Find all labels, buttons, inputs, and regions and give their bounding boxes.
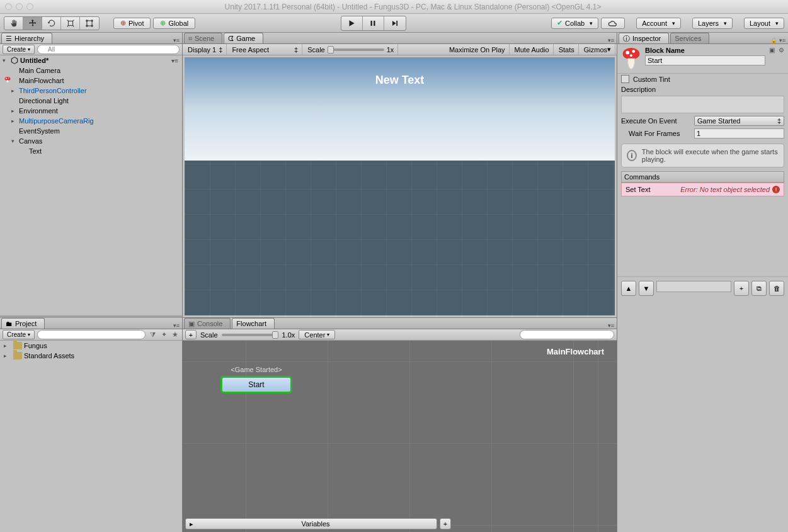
hierarchy-item[interactable]: Main Camera [0,65,182,76]
canvas-text: New Text [375,74,425,161]
command-filter-field[interactable] [656,281,731,292]
flow-block[interactable]: <Game Started> Start [220,366,292,393]
display-dropdown[interactable]: Display 1 ‡ [184,44,227,55]
stats-toggle[interactable]: Stats [555,44,579,55]
label-icon[interactable]: ✦ [159,331,168,339]
traffic-lights [5,3,43,10]
add-command-button[interactable]: + [734,281,749,296]
move-tool[interactable] [23,17,42,30]
panel-menu-icon[interactable]: ▾≡ [173,37,180,43]
info-icon: i [627,150,637,161]
console-tab[interactable]: ▣Console [184,318,231,329]
filter-icon[interactable]: ⧩ [148,331,157,339]
scale-slider[interactable]: Scale1x [304,44,398,55]
commands-header: Commands [621,171,784,183]
game-tab[interactable]: ᗧGame [224,33,263,43]
scene-tab[interactable]: ⌗Scene [184,33,222,43]
layout-dropdown[interactable]: Layout [744,18,784,29]
account-dropdown[interactable]: Account [636,18,681,29]
svg-rect-8 [396,20,397,25]
layers-dropdown[interactable]: Layers [692,18,733,29]
block-event-label: <Game Started> [220,366,292,373]
center-tabstrip: ⌗Scene ᗧGame ▾≡ [183,33,617,44]
scene-root[interactable]: ▾ Untitled* ▾≡ [0,55,182,65]
hierarchy-item[interactable]: EventSystem [0,126,182,136]
maximize-toggle[interactable]: Maximize On Play [445,44,510,55]
execute-event-dropdown[interactable]: Game Started‡ [694,116,784,126]
folder-icon [13,352,22,359]
pause-button[interactable] [363,16,384,30]
block-start[interactable]: Start [220,376,292,393]
event-help-box: i The block will execute when the game s… [621,144,784,167]
project-search[interactable] [37,330,146,339]
collab-dropdown[interactable]: ✔Collab [551,18,598,29]
add-block-button[interactable]: + [185,330,197,339]
hierarchy-create-dropdown[interactable]: Create [3,45,35,54]
help-icon[interactable]: ▣ [769,47,775,54]
flow-scale-slider[interactable] [222,334,278,336]
add-variable-button[interactable]: + [440,518,451,529]
gear-icon[interactable]: ⚙ [779,47,784,54]
flowchart-tab[interactable]: Flowchart [232,318,275,329]
inspector-tab[interactable]: ⓘInspector [619,33,669,43]
project-tab[interactable]: 🖿Project [1,318,45,329]
play-button[interactable] [341,16,363,30]
pivot-toggle[interactable]: ⊕Pivot [113,18,151,29]
panel-menu-icon[interactable]: ▾≡ [173,322,180,329]
svg-point-3 [91,20,93,21]
play-controls [341,16,406,31]
scale-tool[interactable] [61,17,80,30]
mute-toggle[interactable]: Mute Audio [511,44,554,55]
flow-search[interactable] [520,330,614,339]
custom-tint-checkbox[interactable] [621,75,629,83]
project-create-dropdown[interactable]: Create [3,330,35,339]
move-down-button[interactable]: ▼ [639,281,654,296]
block-name-label: Block Name [645,47,765,54]
flowchart-canvas[interactable]: MainFlowchart <Game Started> Start ▸Vari… [183,341,617,532]
center-button[interactable]: Center [299,330,335,339]
rect-tool[interactable] [80,17,99,30]
hierarchy-item[interactable]: ▸Environment [0,106,182,116]
fungus-badge-icon [4,76,11,85]
panel-menu-icon[interactable]: ▾≡ [608,322,614,329]
delete-command-button[interactable]: 🗑 [769,281,784,296]
svg-point-11 [6,78,7,79]
panel-menu-icon[interactable]: ▾≡ [608,37,614,43]
hierarchy-search[interactable] [37,45,180,54]
hierarchy-tab[interactable]: ☰Hierarchy [1,33,52,43]
duplicate-command-button[interactable]: ⧉ [751,281,767,296]
command-name: Set Text [625,186,651,193]
block-name-field[interactable] [645,55,765,65]
step-button[interactable] [384,16,406,30]
hierarchy-item[interactable]: ▸ThirdPersonController [0,86,182,96]
move-up-button[interactable]: ▲ [621,281,636,296]
svg-rect-7 [374,20,375,25]
panel-menu-icon[interactable]: 🔒 ▾≡ [770,37,785,43]
global-toggle[interactable]: ⊕Global [153,18,195,29]
project-folder[interactable]: ▸Fungus [0,341,182,351]
command-row[interactable]: Set Text Error: No text object selected! [621,183,784,196]
services-tab[interactable]: Services [670,33,709,43]
cloud-button[interactable] [601,18,625,29]
minimize-icon[interactable] [16,3,23,10]
wait-frames-field[interactable] [694,128,784,139]
gizmos-dropdown[interactable]: Gizmos ▾ [580,44,615,55]
save-search-icon[interactable]: ★ [171,331,180,339]
rotate-tool[interactable] [42,17,61,30]
hand-tool[interactable] [4,17,23,30]
zoom-icon[interactable] [26,3,33,10]
hierarchy-item[interactable]: MainFlowchart [0,76,182,86]
inspector-tabstrip: ⓘInspector Services 🔒 ▾≡ [617,33,788,44]
aspect-dropdown[interactable]: Free Aspect ‡ [228,44,302,55]
project-tree[interactable]: ▸Fungus ▸Standard Assets [0,341,182,532]
close-icon[interactable] [5,3,12,10]
description-field[interactable] [621,96,784,113]
hierarchy-item[interactable]: Text [0,146,182,156]
variables-button[interactable]: ▸Variables [185,518,437,529]
scene-menu-icon[interactable]: ▾≡ [171,57,178,64]
hierarchy-item[interactable]: Directional Light [0,96,182,106]
hierarchy-tree[interactable]: ▾ Untitled* ▾≡ Main Camera MainFlowchart… [0,55,182,315]
hierarchy-item[interactable]: ▸MultipurposeCameraRig [0,116,182,126]
project-folder[interactable]: ▸Standard Assets [0,351,182,361]
hierarchy-item[interactable]: ▾Canvas [0,136,182,146]
